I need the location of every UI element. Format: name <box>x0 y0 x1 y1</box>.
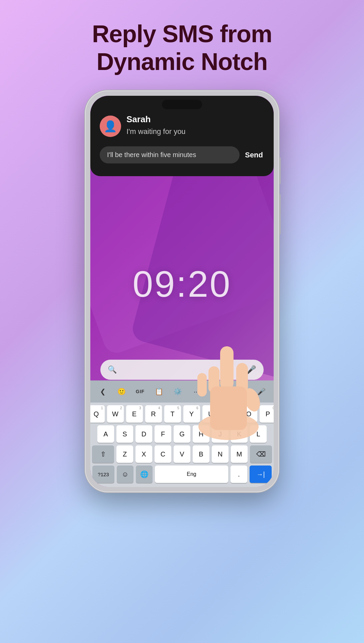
shift-key[interactable]: ⇧ <box>92 445 114 463</box>
key-K[interactable]: K <box>231 425 248 443</box>
volume-button <box>279 194 281 234</box>
key-A[interactable]: A <box>97 425 114 443</box>
phone-screen: 👤 Sarah I'm waiting for you I'll be ther… <box>90 96 274 487</box>
key-U[interactable]: U7 <box>202 405 219 423</box>
search-bar[interactable]: 🔍 🎤 <box>100 360 264 380</box>
key-row-3: ⇧ Z X C V B N M ⌫ <box>92 445 272 463</box>
language-key[interactable]: 🌐 <box>136 466 153 483</box>
dynamic-notch <box>162 100 202 109</box>
keyboard[interactable]: ❮ 🙂 GIF 📋 ⚙️ ··· 🎤 <box>90 380 274 487</box>
key-Q[interactable]: Q1 <box>90 405 105 423</box>
key-R[interactable]: R4 <box>145 405 162 423</box>
key-S[interactable]: S <box>116 425 133 443</box>
key-T[interactable]: T5 <box>164 405 181 423</box>
key-H[interactable]: H <box>193 425 209 443</box>
key-E[interactable]: E3 <box>126 405 143 423</box>
key-I[interactable]: I8 <box>221 405 238 423</box>
key-M[interactable]: M <box>231 445 248 463</box>
key-B[interactable]: B <box>193 445 209 463</box>
keyboard-back-button[interactable]: ❮ <box>95 384 110 399</box>
more-icon: ··· <box>194 388 199 396</box>
key-O[interactable]: O9 <box>241 405 257 423</box>
key-X[interactable]: X <box>135 445 152 463</box>
gif-label: GIF <box>136 389 145 394</box>
key-row-1: Q1 W2 E3 R4 T5 Y6 U7 I8 O9 P0 <box>92 405 272 423</box>
settings-button[interactable]: ⚙️ <box>170 384 185 399</box>
key-L[interactable]: L <box>250 425 267 443</box>
emoji-key[interactable]: ☺ <box>117 466 133 483</box>
keyboard-keys: Q1 W2 E3 R4 T5 Y6 U7 I8 O9 P0 A S D F <box>90 403 274 487</box>
delete-key[interactable]: ⌫ <box>250 445 272 463</box>
more-button[interactable]: ··· <box>189 384 204 399</box>
key-Z[interactable]: Z <box>116 445 133 463</box>
search-icon: 🔍 <box>108 365 117 374</box>
key-F[interactable]: F <box>155 425 171 443</box>
key-G[interactable]: G <box>174 425 190 443</box>
microphone-icon: 🎤 <box>257 387 266 396</box>
key-W[interactable]: W2 <box>107 405 124 423</box>
period-key[interactable]: . <box>231 466 247 483</box>
key-Y[interactable]: Y6 <box>183 405 200 423</box>
sender-name: Sarah <box>126 114 264 125</box>
phone-device: 👤 Sarah I'm waiting for you I'll be ther… <box>85 90 279 492</box>
contact-avatar: 👤 <box>100 116 121 137</box>
power-button <box>279 157 281 184</box>
gear-icon: ⚙️ <box>174 387 182 396</box>
key-row-2: A S D F G H J K L <box>92 425 272 443</box>
clipboard-button[interactable]: 📋 <box>151 384 167 399</box>
notification-text: Sarah I'm waiting for you <box>126 114 264 137</box>
key-D[interactable]: D <box>135 425 152 443</box>
mic-icon[interactable]: 🎤 <box>246 365 256 374</box>
clock: 09:20 <box>132 262 231 305</box>
key-N[interactable]: N <box>212 445 229 463</box>
num-switch-key[interactable]: ?123 <box>92 466 114 483</box>
reply-row[interactable]: I'll be there within five minutes Send <box>100 146 264 163</box>
key-row-4: ?123 ☺ 🌐 Eng . →| <box>92 466 272 483</box>
avatar-icon: 👤 <box>104 120 117 133</box>
key-V[interactable]: V <box>174 445 190 463</box>
back-icon: ❮ <box>100 387 106 396</box>
key-P[interactable]: P0 <box>260 405 274 423</box>
page-title-block: Reply SMS from Dynamic Notch <box>0 0 364 86</box>
gif-button[interactable]: GIF <box>132 384 148 399</box>
return-key[interactable]: →| <box>250 466 272 483</box>
smiley-icon: 🙂 <box>117 387 126 396</box>
page-title: Reply SMS from Dynamic Notch <box>0 20 364 76</box>
voice-input-button[interactable]: 🎤 <box>254 384 269 399</box>
notification-message: I'm waiting for you <box>126 127 264 137</box>
emoji-panel-button[interactable]: 🙂 <box>114 384 129 399</box>
key-C[interactable]: C <box>155 445 171 463</box>
reply-input[interactable]: I'll be there within five minutes <box>100 146 240 163</box>
keyboard-toolbar[interactable]: ❮ 🙂 GIF 📋 ⚙️ ··· 🎤 <box>90 380 274 403</box>
send-button[interactable]: Send <box>244 148 264 162</box>
clipboard-icon: 📋 <box>155 387 163 396</box>
key-J[interactable]: J <box>212 425 229 443</box>
space-key[interactable]: Eng <box>155 466 228 483</box>
